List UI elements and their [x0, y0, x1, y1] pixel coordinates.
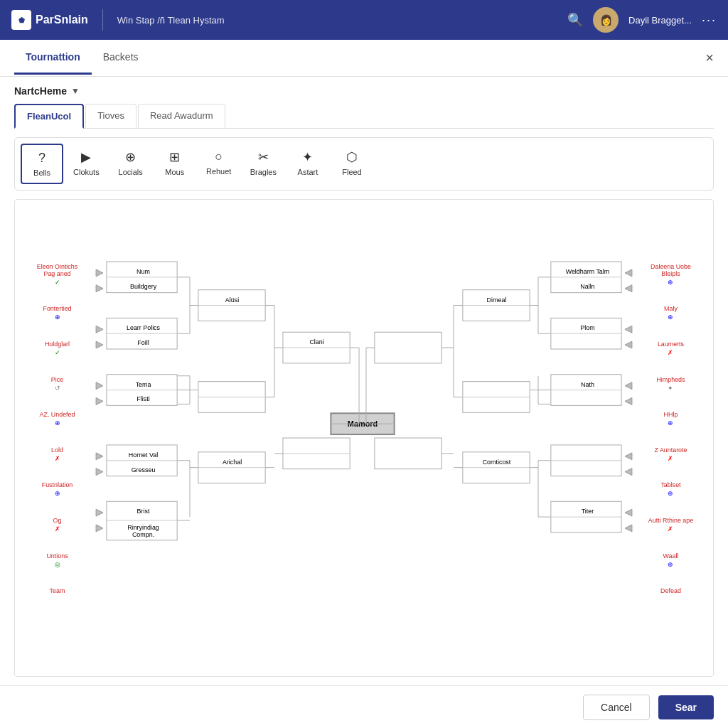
svg-text:Compn.: Compn. — [132, 531, 154, 538]
cancel-button[interactable]: Cancel — [583, 695, 650, 720]
svg-text:Himpheds: Himpheds — [656, 376, 685, 383]
clokuts-label: Clokuts — [73, 168, 100, 176]
toolbar-locials[interactable]: ⊕ Locials — [109, 144, 152, 184]
toolbar-astart[interactable]: ✦ Astart — [287, 144, 329, 184]
username: Dayil Bragget... — [628, 15, 692, 26]
sub-tabs: FleanUcol Tioves Read Awadurm — [14, 104, 714, 129]
svg-text:Brist: Brist — [137, 508, 150, 515]
app-name: ParSnlain — [36, 14, 88, 26]
svg-text:✗: ✗ — [55, 525, 60, 532]
svg-text:Flisti: Flisti — [136, 395, 149, 402]
tab-backets[interactable]: Backets — [92, 41, 150, 75]
svg-text:Defead: Defead — [660, 587, 681, 594]
toolbar-bragles[interactable]: ✂ Bragles — [242, 144, 285, 184]
svg-text:Learr Polics: Learr Polics — [127, 324, 161, 331]
svg-text:Comticost: Comticost — [483, 459, 511, 466]
subtab-tioves[interactable]: Tioves — [85, 104, 136, 128]
search-button[interactable]: Sear — [658, 695, 714, 719]
svg-text:⊕: ⊕ — [55, 314, 60, 321]
svg-marker-134 — [625, 525, 632, 532]
svg-text:AZ. Undefed: AZ. Undefed — [40, 411, 75, 418]
svg-text:Bleipls: Bleipls — [661, 270, 680, 277]
svg-marker-125 — [625, 397, 632, 405]
svg-text:Nath: Nath — [581, 381, 594, 388]
mous-icon: ⊞ — [169, 149, 180, 165]
svg-text:Tema: Tema — [136, 381, 151, 388]
svg-text:Pag aned: Pag aned — [43, 270, 70, 277]
more-button[interactable]: ··· — [702, 13, 717, 28]
svg-text:Lold: Lold — [51, 446, 63, 454]
bells-icon: ? — [38, 151, 46, 166]
svg-text:✗: ✗ — [668, 349, 673, 356]
svg-text:Fontertied: Fontertied — [43, 305, 71, 312]
svg-text:Plom: Plom — [580, 324, 594, 331]
locials-icon: ⊕ — [125, 149, 136, 165]
svg-text:Hornet Val: Hornet Val — [129, 451, 158, 459]
svg-text:Team: Team — [50, 587, 65, 594]
search-icon[interactable]: 🔍 — [567, 12, 583, 28]
svg-text:✗: ✗ — [668, 455, 673, 462]
clokuts-icon: ▶ — [81, 149, 91, 165]
svg-text:↺: ↺ — [55, 385, 60, 392]
svg-marker-133 — [625, 509, 632, 516]
svg-text:Nalln: Nalln — [580, 283, 594, 290]
svg-text:⊕: ⊕ — [668, 561, 673, 568]
rehuet-icon: ○ — [215, 149, 223, 164]
svg-text:Buildgery: Buildgery — [130, 283, 157, 290]
svg-marker-129 — [625, 469, 632, 476]
svg-text:Dimeal: Dimeal — [487, 296, 507, 304]
svg-text:✦: ✦ — [668, 385, 673, 392]
toolbar-fleed[interactable]: ⬡ Fleed — [331, 144, 373, 184]
nav-divider — [102, 9, 103, 31]
svg-text:Maly: Maly — [664, 305, 678, 312]
svg-text:Foill: Foill — [137, 339, 149, 346]
svg-marker-114 — [625, 269, 632, 277]
dropdown-arrow[interactable]: ▼ — [71, 86, 80, 96]
svg-marker-50 — [96, 525, 103, 532]
svg-text:⊕: ⊕ — [668, 279, 673, 286]
svg-text:Huldglarl: Huldglarl — [45, 341, 70, 348]
svg-marker-115 — [625, 285, 632, 292]
svg-marker-42 — [96, 453, 103, 460]
svg-marker-43 — [96, 469, 103, 476]
svg-marker-119 — [625, 326, 632, 333]
toolbar-mous[interactable]: ⊞ Mous — [154, 144, 196, 184]
svg-marker-124 — [625, 382, 632, 390]
svg-text:Z Auntarote: Z Auntarote — [654, 446, 687, 454]
subtab-fleanucol[interactable]: FleanUcol — [14, 104, 84, 129]
svg-text:Autti Rthine ape: Autti Rthine ape — [648, 517, 693, 524]
svg-marker-37 — [96, 397, 103, 405]
modal-footer: Cancel Sear — [0, 685, 728, 728]
locials-label: Locials — [119, 168, 143, 176]
svg-text:Arichal: Arichal — [223, 459, 242, 466]
toolbar: ? Bells ▶ Clokuts ⊕ Locials ⊞ Mous ○ Reh… — [14, 137, 714, 191]
svg-marker-128 — [625, 453, 632, 460]
nav-right: 🔍 👩 Dayil Bragget... ··· — [567, 7, 717, 33]
toolbar-rehuet[interactable]: ○ Rehuet — [198, 144, 240, 184]
close-button[interactable]: × — [705, 50, 714, 66]
svg-marker-120 — [625, 341, 632, 348]
svg-marker-49 — [96, 509, 103, 516]
astart-icon: ✦ — [302, 149, 313, 165]
subtab-readawadurm[interactable]: Read Awadurm — [138, 104, 225, 128]
mous-label: Mous — [165, 168, 184, 176]
fleed-label: Fleed — [342, 168, 362, 176]
svg-marker-30 — [96, 326, 103, 333]
svg-text:Rinryindiag: Rinryindiag — [127, 524, 159, 531]
svg-text:Clani: Clani — [309, 338, 323, 346]
svg-text:Tablset: Tablset — [660, 481, 681, 488]
toolbar-clokuts[interactable]: ▶ Clokuts — [65, 144, 108, 184]
svg-marker-25 — [96, 285, 103, 292]
svg-text:⊕: ⊕ — [668, 314, 673, 321]
toolbar-bells[interactable]: ? Bells — [21, 144, 63, 184]
svg-text:Waall: Waall — [663, 552, 679, 560]
svg-text:Gresseu: Gresseu — [132, 466, 156, 473]
svg-text:Fustnlation: Fustnlation — [42, 481, 73, 488]
bracket-area: Eleon Ointichs Pag aned ✓ Fontertied ⊕ H… — [14, 199, 714, 677]
svg-text:⊕: ⊕ — [55, 419, 60, 427]
bragles-label: Bragles — [250, 168, 277, 176]
svg-text:Og: Og — [53, 517, 62, 524]
svg-marker-31 — [96, 341, 103, 348]
tab-tournattion[interactable]: Tournattion — [14, 41, 92, 75]
astart-label: Astart — [298, 168, 318, 176]
